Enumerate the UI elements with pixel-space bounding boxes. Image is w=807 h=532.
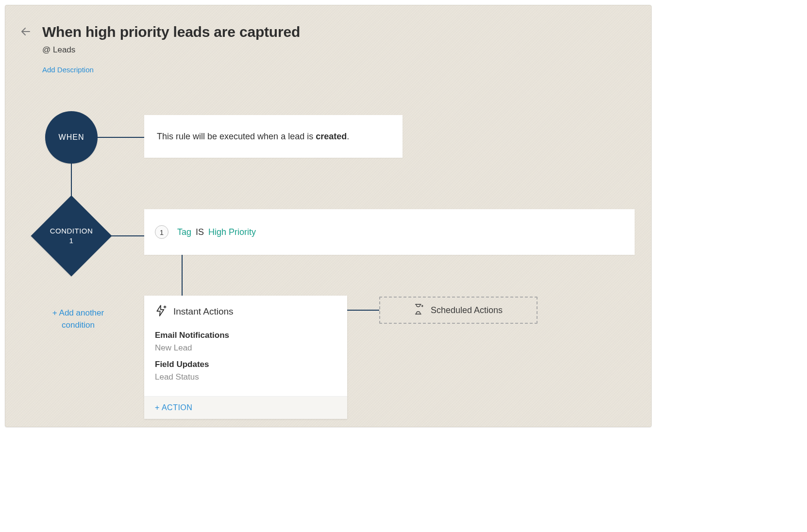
condition-expression: Tag IS High Priority <box>177 227 256 237</box>
condition-node-label: CONDITION <box>50 226 93 236</box>
workflow-canvas: When high priority leads are captured @ … <box>5 5 652 427</box>
scheduled-actions-card[interactable]: Scheduled Actions <box>379 297 538 324</box>
instant-actions-header: Instant Actions <box>144 296 347 326</box>
condition-operator: IS <box>196 227 204 237</box>
condition-value: High Priority <box>208 227 256 237</box>
svg-marker-1 <box>157 305 164 316</box>
add-condition-link[interactable]: + Add another condition <box>39 307 117 331</box>
instant-actions-body: Email Notifications New Lead Field Updat… <box>144 326 347 396</box>
condition-field: Tag <box>177 227 191 237</box>
condition-index-badge: 1 <box>155 225 168 239</box>
add-action-button[interactable]: + ACTION <box>144 396 347 419</box>
connector <box>182 255 183 296</box>
ia-section-name: Email Notifications <box>155 331 336 340</box>
when-text-prefix: This rule will be executed when a lead i… <box>157 132 316 141</box>
condition-node-number: 1 <box>69 236 74 246</box>
when-text-bold: created <box>316 132 347 141</box>
instant-actions-title: Instant Actions <box>173 306 234 317</box>
lightning-icon <box>155 304 168 319</box>
when-text: This rule will be executed when a lead i… <box>157 132 349 142</box>
when-node-label: WHEN <box>59 133 84 142</box>
ia-item[interactable]: New Lead <box>155 343 336 353</box>
when-card[interactable]: This rule will be executed when a lead i… <box>144 115 403 158</box>
when-text-suffix: . <box>347 132 349 141</box>
connector <box>347 310 379 311</box>
flow-diagram: WHEN This rule will be executed when a l… <box>5 5 651 427</box>
ia-item[interactable]: Lead Status <box>155 372 336 382</box>
scheduled-actions-title: Scheduled Actions <box>431 305 503 316</box>
hourglass-icon <box>414 303 424 317</box>
instant-actions-card: Instant Actions Email Notifications New … <box>144 296 347 419</box>
connector <box>98 137 144 138</box>
condition-card[interactable]: 1 Tag IS High Priority <box>144 209 635 255</box>
ia-section-name: Field Updates <box>155 360 336 369</box>
connector <box>111 235 144 236</box>
condition-node[interactable]: CONDITION 1 <box>31 196 112 277</box>
when-node[interactable]: WHEN <box>45 111 98 164</box>
